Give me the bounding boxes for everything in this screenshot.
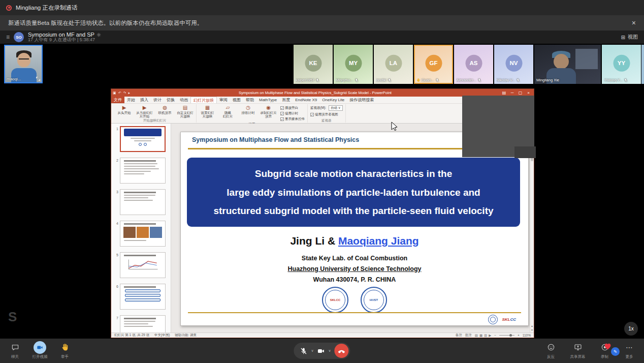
slide-thumbnail[interactable] [120, 189, 166, 215]
ribbon-button[interactable]: ▦设置幻灯 片放映 [198, 104, 217, 118]
participant-tile[interactable]: MYMingzho... [334, 45, 373, 84]
ribbon-checkbox[interactable]: ✓显示媒体控件 [280, 117, 305, 122]
ribbon-button-icon: ▤ [183, 105, 187, 110]
previous-slide-icon[interactable]: ▲ [531, 324, 533, 327]
ppt-tab[interactable]: 设计 [151, 97, 164, 103]
ppt-tab[interactable]: 开始 [124, 97, 138, 103]
sklcc-logo: SKLCC [322, 287, 348, 313]
ribbon-button-icon: ◉ [266, 105, 271, 110]
skype-logo: S [8, 309, 17, 325]
self-video-tile[interactable]: maoqi... [4, 45, 43, 83]
reactions-button[interactable]: 反应 [539, 341, 563, 359]
participant-tile[interactable]: YYYixiong Y... [602, 45, 641, 84]
hust-mini-logo [488, 315, 498, 324]
zoom-slider[interactable] [499, 335, 514, 336]
raise-hand-button[interactable]: 举手 [53, 341, 77, 359]
participant-avatar: KE [305, 54, 321, 71]
slide-thumbnail[interactable] [120, 158, 166, 184]
expand-icon[interactable] [36, 76, 41, 81]
participant-tile[interactable]: ASAlexander... [454, 45, 493, 84]
author-highlight: Maoqiang Jiang [338, 235, 419, 247]
ppt-tab[interactable]: MathType [256, 97, 279, 103]
notes-toggle[interactable]: 备注 [456, 333, 462, 338]
participant-tile[interactable]: KEkaiper1957 [294, 45, 333, 84]
participant-tile[interactable]: GFGuan... [414, 45, 453, 84]
participant-name: Mingliang Xie [536, 78, 599, 82]
video-toggle-button[interactable]: 打开视频 [28, 341, 52, 359]
minimize-icon[interactable]: ─ [508, 90, 516, 95]
normal-view-icon[interactable]: ▤ [475, 334, 478, 338]
hust-logo: HUST [361, 287, 387, 313]
camera-icon[interactable] [317, 347, 325, 355]
ppt-tab[interactable]: 操作说明搜索 [347, 97, 376, 103]
start-slideshow-icon[interactable]: ▸ [128, 91, 130, 95]
camera-options-chevron-icon[interactable]: ∨ [329, 349, 331, 353]
slide-number: 1 [114, 126, 118, 152]
reading-view-icon[interactable]: ▥ [484, 334, 487, 338]
participant-tile[interactable]: LAlandiki [374, 45, 413, 84]
hangup-icon [338, 347, 346, 355]
annotate-pen-button[interactable]: ✎ [611, 347, 620, 356]
slide-thumbnail[interactable] [120, 126, 166, 152]
slide-thumbnail[interactable] [120, 315, 166, 332]
ribbon-button[interactable]: ▤自定义幻灯 片放映 [176, 104, 195, 118]
ribbon-button[interactable]: ◉录制幻灯片 演示 [259, 104, 278, 118]
mic-options-chevron-icon[interactable]: ∨ [311, 349, 313, 353]
ppt-tab[interactable]: 百度 [279, 97, 293, 103]
presenter-view-checkbox[interactable]: ✓使用演示者视图 [310, 112, 343, 117]
slide-affiliation: State Key Lab. of Coal Combustion Huazho… [181, 253, 528, 285]
chat-button[interactable]: 聊天 [3, 341, 27, 359]
window-close-icon[interactable]: × [525, 90, 532, 95]
more-options-button[interactable]: ⋯ 更多 [620, 341, 639, 359]
ppt-tab[interactable]: 文件 [111, 97, 124, 103]
next-slide-icon[interactable]: ▼ [531, 328, 533, 331]
save-icon[interactable]: ▣ [113, 91, 116, 95]
ribbon-display-icon[interactable]: ▤ [500, 90, 508, 95]
zoom-in-icon[interactable]: + [518, 334, 520, 337]
redo-icon[interactable]: ↷ [123, 91, 126, 95]
ribbon-button[interactable]: ▱隐藏 幻灯片 [218, 104, 237, 118]
mic-muted-icon[interactable] [300, 347, 307, 355]
ribbon-button[interactable]: ▶从当前幻灯 片开始 [135, 104, 154, 118]
undo-icon[interactable]: ↶ [118, 91, 121, 95]
ribbon-button[interactable]: ◍联机演示 [155, 104, 174, 114]
slide-thumbnail[interactable] [120, 221, 166, 247]
slide-title-box: Subgrid scale motion characteristics in … [187, 158, 520, 227]
end-call-button[interactable] [335, 344, 349, 358]
comments-toggle[interactable]: 批注 [465, 333, 472, 338]
participant-tile[interactable]: NVNikolay V... [494, 45, 533, 84]
ribbon-button[interactable]: ◷排练计时 [239, 104, 257, 114]
accessibility-status[interactable]: 辅助功能: 调查 [175, 333, 197, 338]
participant-avatar: NV [505, 54, 522, 71]
ppt-tab[interactable]: 审阅 [217, 97, 230, 103]
zoom-out-icon[interactable]: − [494, 334, 496, 337]
sorter-view-icon[interactable]: ▦ [479, 334, 482, 338]
playback-speed-badge[interactable]: 1x [624, 322, 638, 336]
participant-name: landiki [376, 78, 411, 82]
view-button[interactable]: ⊞ 视图 [621, 34, 638, 41]
slide-thumbnail[interactable] [120, 284, 166, 310]
ppt-tab[interactable]: 动画 [177, 97, 190, 103]
slide-thumbnail[interactable] [120, 252, 166, 278]
ppt-tab[interactable]: EndNote X9 [293, 97, 319, 103]
participant-tile[interactable]: Mingliang Xie [534, 45, 601, 84]
ppt-tab[interactable]: 视图 [230, 97, 243, 103]
ribbon-checkbox[interactable]: ✓使用计时 [280, 111, 305, 116]
zoom-level[interactable]: 110% [523, 334, 531, 337]
ppt-tab[interactable]: 插入 [138, 97, 151, 103]
menu-icon[interactable]: ≡ [6, 34, 10, 41]
share-screen-button[interactable]: 共享屏幕 [566, 341, 590, 359]
ppt-tab[interactable]: OneKey Lite [319, 97, 347, 103]
monitor-dropdown[interactable]: 自动 ∨ [329, 105, 343, 111]
slideshow-view-icon[interactable]: ▶ [489, 334, 491, 338]
language-indicator[interactable]: 中文(中国) [154, 333, 170, 338]
ppt-tab[interactable]: 幻灯片放映 [190, 97, 217, 103]
ppt-tab[interactable]: 帮助 [243, 97, 256, 103]
ppt-tab[interactable]: 切换 [164, 97, 177, 103]
ribbon-button-icon: ▶ [122, 105, 126, 110]
close-icon[interactable]: × [632, 19, 636, 27]
settings-gear-icon[interactable] [96, 33, 101, 37]
maximize-icon[interactable]: ▢ [517, 90, 524, 95]
ribbon-button[interactable]: ▶从头开始 [115, 104, 134, 114]
ribbon-checkbox[interactable]: ✓播放旁白 [280, 106, 305, 110]
